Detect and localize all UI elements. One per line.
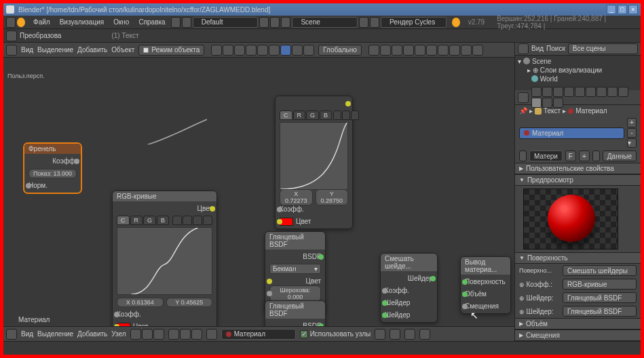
outliner-menu-view[interactable]: Вид [531, 45, 544, 52]
node-title[interactable]: RGB-кривые [113, 191, 216, 201]
shader-type-line-icon[interactable] [191, 329, 202, 340]
vp-menu-add[interactable]: Добавить [77, 46, 107, 54]
distribution-dropdown[interactable]: Бекман▾ [269, 264, 321, 274]
node-editor-area[interactable]: Вид Выделение Добавить Объект Режим объе… [3, 43, 514, 341]
mat-browse-icon[interactable] [519, 151, 527, 161]
outliner-tree[interactable]: ▾ Scene ▸ ⊕ Слои визуализации World [515, 56, 641, 90]
zoom-out-icon[interactable] [342, 111, 350, 120]
del-scene-icon[interactable] [370, 17, 379, 28]
render-engine-field[interactable]: Рендер Cycles [381, 17, 447, 28]
mode-dropdown[interactable]: Режим объекта [138, 45, 204, 56]
layer-button[interactable] [461, 45, 472, 56]
collapse-icon[interactable] [6, 31, 17, 41]
mat-name-field[interactable]: Матери [529, 151, 563, 161]
curve-x-field[interactable]: X 0.61364 [117, 298, 164, 307]
coef-link-dropdown[interactable]: RGB-кривые [563, 279, 637, 290]
tab-modifiers-icon[interactable] [596, 87, 607, 97]
use-nodes-checkbox[interactable]: ✓ Использовать узлы [300, 330, 371, 338]
node-material-output[interactable]: Вывод материа... Поверхность Объём Смеще… [460, 256, 511, 314]
shader2-link-dropdown[interactable]: Глянцевый BSDF [563, 306, 637, 317]
breadcrumb-text[interactable]: Текст [544, 107, 561, 115]
node-title[interactable]: Вывод материа... [461, 257, 510, 275]
scene-browse-icon[interactable] [281, 17, 290, 28]
vp-menu-select[interactable]: Выделение [37, 46, 73, 54]
link-dropdown[interactable]: Данные [603, 151, 637, 161]
node-title[interactable]: Глянцевый BSDF [265, 301, 325, 319]
curve-channel-tabs[interactable]: CRGB [280, 111, 348, 120]
go-parent-icon[interactable] [390, 329, 400, 340]
shader-type-obj-icon[interactable] [168, 329, 179, 340]
tree-type-shader-icon[interactable] [130, 329, 141, 340]
widget-icon[interactable] [257, 45, 268, 56]
node-fresnel[interactable]: Френель Коэфф. Показ: 13.000 Норм. [24, 143, 81, 193]
widget-icon[interactable] [303, 45, 314, 56]
copy-icon[interactable] [419, 329, 430, 340]
scene-field[interactable]: Scene [292, 17, 358, 28]
widget-icon[interactable] [269, 45, 280, 56]
layer-button[interactable] [415, 45, 425, 56]
menu-render[interactable]: Визуализация [56, 17, 108, 27]
add-slot-button[interactable]: + [627, 118, 637, 127]
unlink-icon[interactable] [592, 151, 600, 161]
reset-icon[interactable] [203, 216, 212, 225]
snap-icon[interactable] [404, 329, 415, 340]
curve-y-field[interactable]: Y 0.45625 [166, 298, 213, 307]
outliner-item-renderlayers[interactable]: ▸ ⊕ Слои визуализации [516, 66, 639, 75]
layer-button[interactable] [380, 45, 391, 56]
reset-icon[interactable] [351, 111, 359, 120]
ne-menu-add[interactable]: Добавить [77, 330, 107, 338]
ne-menu-select[interactable]: Выделение [37, 330, 73, 338]
add-layout-icon[interactable] [259, 17, 269, 28]
layer-button[interactable] [368, 45, 379, 56]
panel-surface[interactable]: Поверхность [515, 252, 641, 264]
tab-render-icon[interactable] [531, 87, 542, 97]
tab-data-icon[interactable] [607, 87, 618, 97]
fwd-icon[interactable] [182, 17, 191, 28]
material-name-field[interactable]: Материал [221, 329, 296, 340]
tab-world-icon[interactable] [564, 87, 574, 97]
tab-scene-icon[interactable] [553, 87, 563, 97]
node-mix-shader[interactable]: Смешать шейде... Шейдер Коэфф. Шейдер Ше… [380, 253, 438, 323]
node-title[interactable]: Глянцевый BSDF [265, 232, 325, 250]
menu-file[interactable]: Файл [29, 17, 54, 27]
node-title[interactable]: Френель [24, 144, 81, 154]
panel-volume[interactable]: Объём [515, 318, 641, 330]
tab-renderlayers-icon[interactable] [542, 87, 552, 97]
widget-icon[interactable] [223, 45, 233, 56]
outliner-menu-search[interactable]: Поиск [546, 45, 565, 52]
material-slot-list[interactable]: Материал + - ▾ [519, 118, 637, 148]
outliner-display-mode[interactable]: Все сцены [568, 43, 638, 54]
tree-type-tex-icon[interactable] [153, 329, 164, 340]
tab-object-icon[interactable] [575, 87, 585, 97]
fake-user-button[interactable]: F [565, 151, 576, 161]
pin-icon[interactable]: 📌 [519, 107, 527, 115]
node-title[interactable]: Смешать шейде... [381, 254, 437, 271]
layer-button[interactable] [472, 45, 483, 56]
menu-help[interactable]: Справка [134, 17, 169, 27]
curve-channel-tabs[interactable]: CRGB [117, 216, 212, 225]
editor-type-nodes-icon[interactable] [6, 329, 17, 340]
widget-icon[interactable] [292, 45, 303, 56]
roughness-field[interactable]: Шерохова: 0.000 [269, 285, 321, 302]
panel-preview[interactable]: Предпросмотр [515, 174, 641, 186]
surface-shader-dropdown[interactable]: Смешать шейдеры [563, 265, 637, 276]
curve-widget[interactable] [117, 227, 212, 295]
slot-specials-icon[interactable]: ▾ [627, 138, 637, 148]
orientation-dropdown[interactable]: Глобально [318, 45, 362, 56]
curve-widget[interactable] [280, 122, 348, 190]
node-rgb-curves[interactable]: RGB-кривые Цвет CRGB X 0.61364Y 0.45625 … [112, 191, 217, 334]
tab-font-icon[interactable] [618, 87, 628, 97]
manipulator-icon[interactable] [280, 45, 291, 56]
layer-button[interactable] [403, 45, 414, 56]
widget-icon[interactable] [246, 45, 257, 56]
editor-type-outliner-icon[interactable] [518, 43, 529, 54]
menu-window[interactable]: Окно [109, 17, 133, 27]
ne-menu-node[interactable]: Узел [111, 330, 126, 338]
layer-button[interactable] [449, 45, 460, 56]
editor-type-3dview-icon[interactable] [6, 45, 17, 56]
panel-custom-props[interactable]: Пользовательские свойства [515, 163, 641, 174]
outliner-item-scene[interactable]: ▾ Scene [516, 57, 639, 66]
ne-menu-view[interactable]: Вид [21, 330, 33, 338]
widget-icon[interactable] [234, 45, 245, 56]
material-slot-item[interactable]: Материал [519, 127, 624, 139]
